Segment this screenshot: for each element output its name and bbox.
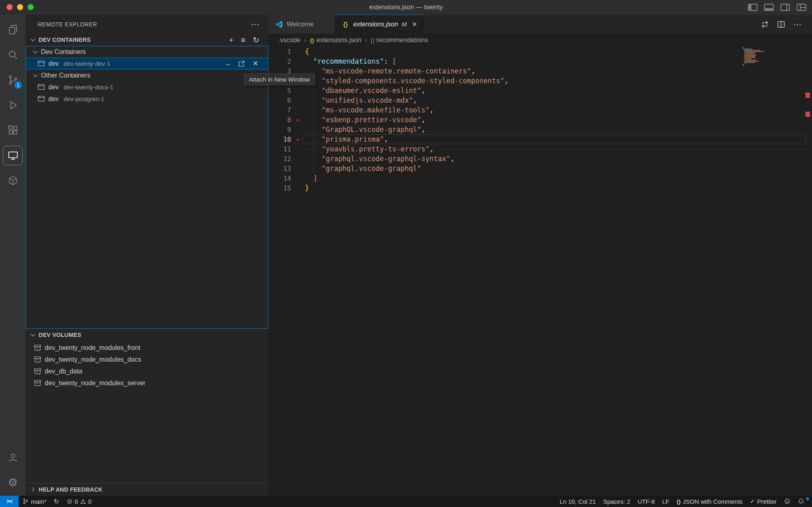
code-text: { [305, 47, 309, 56]
tree-group-row[interactable]: Other Containers [26, 69, 268, 81]
minimap-line [744, 51, 764, 52]
eol-item[interactable]: LF [659, 498, 673, 505]
minimize-window-button[interactable] [17, 4, 23, 10]
code-line[interactable]: 12 "graphql.vscode-graphql-syntax", [268, 154, 812, 164]
line-number: 12 [268, 155, 291, 163]
help-feedback-section-header[interactable]: HELP AND FEEDBACK [26, 483, 268, 495]
cursor-position-item[interactable]: Ln 10, Col 21 [556, 498, 599, 505]
editor-group: Welcome {} extensions.json M ✕ ⋯ [268, 15, 812, 495]
more-actions-icon[interactable]: ⋯ [793, 19, 801, 29]
remote-explorer-icon[interactable] [0, 143, 26, 168]
run-debug-icon[interactable] [0, 93, 26, 118]
minimap[interactable] [743, 47, 787, 66]
minimap-line [743, 63, 745, 64]
code-text: "esbenp.prettier-vscode", [305, 116, 425, 124]
tab-label: Welcome [287, 21, 313, 28]
volume-row[interactable]: dev_twenty_node_modules_docs [26, 354, 268, 365]
code-line[interactable]: 8▶ "esbenp.prettier-vscode", [268, 115, 812, 125]
code-line[interactable]: 3 "ms-vscode-remote.remote-containers", [268, 66, 812, 76]
section-label: DEV VOLUMES [39, 332, 81, 338]
volume-row[interactable]: dev_twenty_node_modules_front [26, 342, 268, 354]
notifications-bell-item[interactable] [794, 498, 808, 505]
code-text: ] [305, 174, 317, 182]
container-row[interactable]: devdev-twenty-docs-1 [26, 81, 268, 93]
line-number: 14 [268, 175, 291, 182]
stop-container-icon[interactable]: ✕ [251, 60, 259, 68]
line-number: 2 [268, 58, 291, 65]
git-branch-item[interactable]: main* [19, 496, 50, 507]
code-line[interactable]: 13 "graphql.vscode-graphql" [268, 164, 812, 173]
code-line[interactable]: 5 "dbaeumer.vscode-eslint", [268, 86, 812, 95]
code-line[interactable]: 4 "styled-components.vscode-styled-compo… [268, 76, 812, 86]
volume-row[interactable]: dev_db_data [26, 365, 268, 377]
split-editor-icon[interactable] [777, 20, 785, 28]
code-line[interactable]: 15} [268, 183, 812, 193]
indentation-item[interactable]: Spaces: 2 [600, 498, 634, 505]
feedback-item[interactable] [780, 498, 794, 505]
braces-icon: {} [676, 498, 680, 505]
container-icon [37, 95, 45, 103]
dev-containers-icon[interactable] [0, 168, 26, 193]
code-line[interactable]: 10▶ "prisma.prisma", [268, 134, 812, 144]
explorer-icon[interactable] [0, 17, 26, 42]
attach-container-icon[interactable]: → [224, 60, 232, 68]
tab-label: extensions.json [353, 21, 398, 28]
settings-gear-icon[interactable]: ⚙ [0, 470, 26, 495]
breadcrumb-file[interactable]: {} extensions.json [310, 37, 361, 44]
new-dev-container-icon[interactable]: + [229, 36, 233, 44]
toggle-panel-icon[interactable] [763, 2, 775, 13]
breadcrumb-symbol[interactable]: [ ] recommendations [371, 37, 428, 44]
source-control-icon[interactable]: 1 [0, 67, 26, 93]
formatter-item[interactable]: ✓ Prettier [746, 498, 780, 505]
container-row[interactable]: devdev-twenty-dev-1→✕ [26, 58, 268, 69]
code-line[interactable]: 14 ] [268, 173, 812, 183]
bell-icon [798, 498, 804, 505]
search-icon[interactable] [0, 42, 26, 67]
code-line[interactable]: 9 "GraphQL.vscode-graphql", [268, 125, 812, 134]
feedback-smiley-icon [784, 498, 790, 505]
encoding-item[interactable]: UTF-8 [634, 498, 659, 505]
open-changes-icon[interactable] [761, 20, 769, 28]
toggle-primary-sidebar-icon[interactable] [747, 2, 758, 13]
close-tab-icon[interactable]: ✕ [412, 21, 417, 28]
dev-containers-section-header[interactable]: DEV CONTAINERS + ≡ ↻ [26, 34, 268, 46]
code-text: "styled-components.vscode-styled-compone… [305, 77, 509, 85]
dev-containers-tree: Dev Containersdevdev-twenty-dev-1→✕Other… [26, 46, 268, 329]
problems-item[interactable]: 0 0 [63, 496, 95, 507]
chevron-down-icon [32, 72, 39, 79]
volume-name: dev_twenty_node_modules_docs [45, 356, 141, 363]
extensions-icon[interactable] [0, 118, 26, 143]
attach-new-window-icon[interactable] [238, 60, 246, 68]
accounts-icon[interactable] [0, 445, 26, 470]
line-number: 13 [268, 165, 291, 173]
toggle-secondary-sidebar-icon[interactable] [780, 2, 791, 13]
code-line[interactable]: 2 "recommendations": [ [268, 56, 812, 66]
container-row[interactable]: devdev-postgres-1 [26, 93, 268, 105]
tab-welcome[interactable]: Welcome [268, 15, 335, 34]
customize-layout-icon[interactable] [796, 2, 807, 13]
remote-indicator[interactable]: >< [0, 496, 19, 507]
language-mode-item[interactable]: {} JSON with Comments [673, 498, 746, 505]
volume-icon [33, 367, 41, 375]
filter-icon[interactable]: ≡ [241, 36, 245, 44]
refresh-icon[interactable]: ↻ [253, 36, 259, 44]
tab-extensions-json[interactable]: {} extensions.json M ✕ [335, 15, 425, 34]
code-line[interactable]: 7 "ms-vscode.makefile-tools", [268, 105, 812, 115]
close-window-button[interactable] [6, 4, 13, 10]
sync-changes-item[interactable]: ↻ [50, 496, 63, 507]
sync-icon: ↻ [54, 498, 59, 505]
volume-row[interactable]: dev_twenty_node_modules_server [26, 377, 268, 389]
tree-group-row[interactable]: Dev Containers [26, 46, 268, 58]
row-actions: →✕ [224, 60, 268, 68]
breadcrumb-folder[interactable]: .vscode [278, 37, 300, 44]
container-description: dev-twenty-docs-1 [64, 84, 114, 91]
more-actions-icon[interactable]: ⋯ [251, 22, 259, 26]
code-line[interactable]: 11 "yoavbls.pretty-ts-errors", [268, 144, 812, 154]
code-line[interactable]: 1{ [268, 47, 812, 56]
source-control-badge: 1 [14, 81, 22, 89]
dev-volumes-section-header[interactable]: DEV VOLUMES [26, 329, 268, 341]
code-line[interactable]: 6 "unifiedjs.vscode-mdx", [268, 95, 812, 105]
code-editor[interactable]: 1{2 "recommendations": [3 "ms-vscode-rem… [268, 47, 812, 495]
zoom-window-button[interactable] [28, 4, 34, 10]
line-number: 15 [268, 184, 291, 192]
